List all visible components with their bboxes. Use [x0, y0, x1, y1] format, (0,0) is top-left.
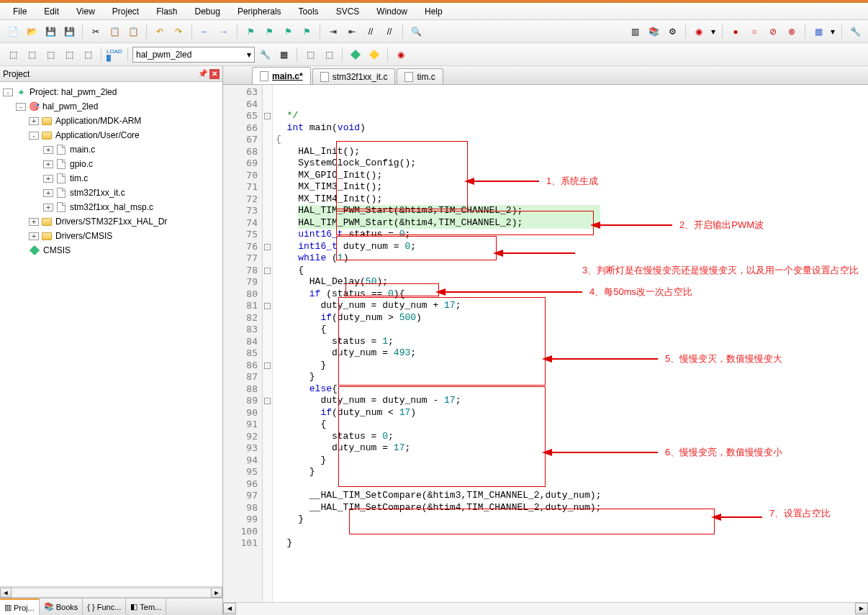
menu-edit[interactable]: Edit: [37, 4, 66, 19]
bookmark-prev-icon[interactable]: ⚑: [261, 23, 278, 40]
code-view[interactable]: */ int main(void){ HAL_Init(); SystemClo…: [273, 85, 868, 602]
breakpoint-insert-icon[interactable]: ●: [727, 23, 744, 40]
build-icon[interactable]: ⬚: [23, 46, 40, 63]
menu-svcs[interactable]: SVCS: [329, 4, 367, 19]
project-tree[interactable]: -✦Project: hal_pwm_2led -🎯hal_pwm_2led +…: [0, 82, 222, 586]
tree-target[interactable]: -🎯hal_pwm_2led: [1, 99, 221, 114]
find-in-files-icon[interactable]: 🔍: [407, 23, 425, 40]
configure-icon[interactable]: 🔧: [846, 23, 864, 40]
menu-tools[interactable]: Tools: [291, 4, 326, 19]
annotation-text: 5、慢慢变灭，数值慢慢变大: [665, 353, 782, 365]
editor-tab[interactable]: main.c*: [252, 67, 311, 84]
tree-file[interactable]: +gpio.c: [1, 157, 221, 171]
menu-view[interactable]: View: [69, 4, 102, 19]
menu-file[interactable]: File: [6, 4, 34, 19]
dropdown-icon[interactable]: ▾: [709, 23, 718, 40]
bottom-tab[interactable]: ▥Proj...: [0, 598, 40, 615]
start-debug-icon[interactable]: ◉: [392, 46, 410, 63]
menu-window[interactable]: Window: [369, 4, 415, 19]
project-window-icon[interactable]: ▥: [626, 23, 643, 40]
menu-peripherals[interactable]: Peripherals: [230, 4, 289, 19]
tree-group[interactable]: CMSIS: [1, 243, 221, 258]
download-icon[interactable]: LOAD▓: [106, 46, 123, 63]
cut-icon[interactable]: ✂: [87, 23, 104, 40]
new-file-icon[interactable]: 📄: [4, 23, 22, 40]
indent-icon[interactable]: ⇥: [325, 23, 342, 40]
translate-icon[interactable]: ⬚: [4, 46, 22, 63]
target-options-icon[interactable]: 🔧: [256, 46, 273, 63]
tree-group[interactable]: +Drivers/STM32F1xx_HAL_Dr: [1, 214, 221, 229]
editor-hscrollbar[interactable]: ◄ ►: [223, 602, 868, 615]
bottom-tab[interactable]: 📚Books: [40, 598, 83, 615]
bookmark-clear-icon[interactable]: ⚑: [298, 23, 315, 40]
nav-forward-icon[interactable]: →: [215, 23, 232, 40]
nav-back-icon[interactable]: ←: [196, 23, 214, 40]
bottom-tab[interactable]: { }Func...: [83, 598, 126, 615]
tree-file[interactable]: +stm32f1xx_hal_msp.c: [1, 200, 221, 214]
tree-project-root[interactable]: -✦Project: hal_pwm_2led: [1, 85, 221, 99]
scroll-left-icon[interactable]: ◄: [0, 588, 12, 598]
diamond-yellow-icon[interactable]: [366, 46, 383, 63]
tree-group[interactable]: +Application/MDK-ARM: [1, 114, 221, 128]
editor-tab[interactable]: stm32f1xx_it.c: [312, 68, 396, 84]
menu-help[interactable]: Help: [417, 4, 450, 19]
comment-icon[interactable]: //: [362, 23, 379, 40]
bookmark-next-icon[interactable]: ⚑: [279, 23, 297, 40]
bookmark-toggle-icon[interactable]: ⚑: [242, 23, 259, 40]
rebuild-icon[interactable]: ⬚: [42, 46, 59, 63]
folder-icon: [41, 216, 53, 227]
code-line[interactable]: }: [276, 537, 868, 550]
toolbar-build: ⬚ ⬚ ⬚ ⬚ ⬚ LOAD▓ hal_pwm_2led ▾ 🔧 ▦ ⬚ ⬚ ◉: [0, 43, 868, 66]
code-line[interactable]: */: [276, 110, 868, 122]
code-line[interactable]: int main(void): [276, 122, 868, 135]
menu-flash[interactable]: Flash: [149, 4, 184, 19]
manage-rte-icon[interactable]: ⬚: [302, 46, 319, 63]
target-selector[interactable]: hal_pwm_2led ▾: [132, 47, 255, 63]
c-file-icon: [55, 201, 67, 213]
redo-icon[interactable]: ↷: [170, 23, 187, 40]
menu-debug[interactable]: Debug: [188, 4, 227, 19]
copy-icon[interactable]: 📋: [106, 23, 123, 40]
functions-window-icon[interactable]: ⚙: [664, 23, 681, 40]
code-line[interactable]: [276, 561, 868, 573]
options-icon[interactable]: ▦: [275, 46, 292, 63]
paste-icon[interactable]: 📋: [125, 23, 142, 40]
batch-build-icon[interactable]: ⬚: [60, 46, 78, 63]
code-line[interactable]: __HAL_TIM_SetCompare(&htim3,TIM_CHANNEL_…: [276, 490, 868, 502]
code-line[interactable]: [276, 550, 868, 562]
stop-build-icon[interactable]: ⬚: [79, 46, 96, 63]
toolbar-main: 📄 📂 💾 💾 ✂ 📋 📋 ↶ ↷ ← → ⚑ ⚑ ⚑ ⚑ ⇥ ⇤ // // …: [0, 20, 868, 43]
scroll-right-icon[interactable]: ►: [855, 603, 868, 614]
tree-group[interactable]: -Application/User/Core: [1, 128, 221, 142]
save-all-icon[interactable]: 💾: [60, 23, 78, 40]
tree-file[interactable]: +stm32f1xx_it.c: [1, 186, 221, 200]
tree-group[interactable]: +Drivers/CMSIS: [1, 229, 221, 243]
breakpoint-enable-icon[interactable]: ○: [746, 23, 763, 40]
tree-file[interactable]: +main.c: [1, 142, 221, 157]
window-layout-icon[interactable]: ▦: [810, 23, 827, 40]
pack-installer-icon[interactable]: ⬚: [320, 46, 338, 63]
tree-file[interactable]: +tim.c: [1, 171, 221, 186]
fold-gutter[interactable]: ------: [263, 85, 273, 602]
c-file-icon: [55, 158, 67, 170]
editor-tab[interactable]: tim.c: [397, 68, 443, 84]
scroll-right-icon[interactable]: ►: [211, 588, 222, 598]
scroll-left-icon[interactable]: ◄: [223, 603, 236, 614]
undo-icon[interactable]: ↶: [151, 23, 168, 40]
pin-icon[interactable]: 📌: [198, 69, 208, 79]
project-hscrollbar[interactable]: ◄ ►: [0, 586, 222, 598]
bottom-tab[interactable]: ◧Tem...: [126, 598, 166, 615]
close-icon[interactable]: ✕: [209, 69, 220, 79]
open-icon[interactable]: 📂: [23, 23, 40, 40]
menu-project[interactable]: Project: [105, 4, 146, 19]
books-window-icon[interactable]: 📚: [645, 23, 662, 40]
breakpoint-kill-icon[interactable]: ⊗: [783, 23, 800, 40]
save-icon[interactable]: 💾: [42, 23, 59, 40]
dropdown-icon[interactable]: ▾: [828, 23, 837, 40]
uncomment-icon[interactable]: //: [381, 23, 398, 40]
outdent-icon[interactable]: ⇤: [343, 23, 361, 40]
debug-config-icon[interactable]: ◉: [690, 23, 707, 40]
breakpoint-disable-icon[interactable]: ⊘: [764, 23, 782, 40]
folder-icon: [41, 230, 53, 242]
diamond-green-icon[interactable]: [347, 46, 364, 63]
